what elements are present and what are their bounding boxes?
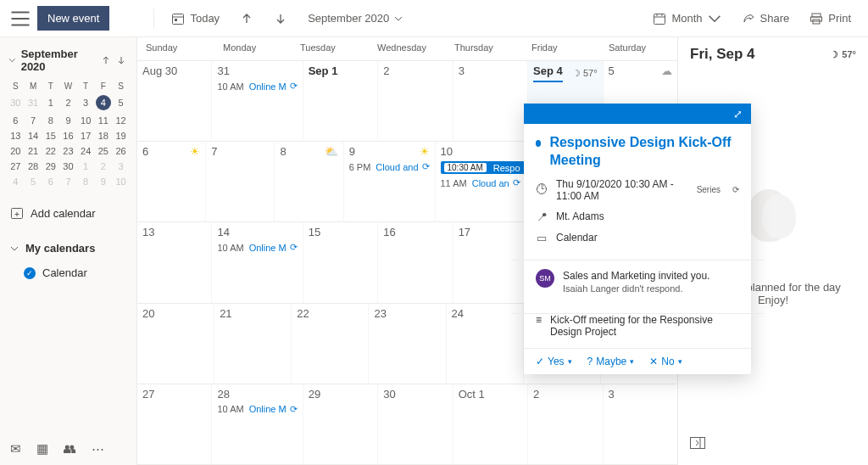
mini-calendar-day[interactable]: 11 — [95, 113, 113, 128]
calendar-cell[interactable]: Sep 1 — [303, 61, 378, 141]
mini-calendar-day[interactable]: 8 — [42, 113, 59, 128]
my-calendars-section[interactable]: My calendars — [7, 235, 130, 261]
calendar-cell[interactable]: 31 10 AMOnline M⟳ — [212, 61, 303, 141]
mini-calendar-day[interactable]: 6 — [42, 174, 59, 189]
rsvp-no-button[interactable]: ✕No▾ — [649, 356, 682, 367]
mail-icon[interactable]: ✉ — [10, 441, 21, 457]
mini-calendar-day[interactable]: 28 — [25, 159, 42, 174]
calendar-cell[interactable]: 3 — [604, 384, 677, 464]
mini-calendar-day[interactable]: 26 — [112, 143, 130, 159]
mini-calendar-day[interactable]: 24 — [77, 143, 95, 159]
event-chip[interactable]: 10 AMOnline M⟳ — [217, 242, 297, 253]
event-chip-selected[interactable]: 10:30 AMRespo⟳ — [441, 161, 535, 174]
mini-next-button[interactable] — [114, 53, 128, 67]
calendar-cell[interactable]: 20 — [137, 304, 214, 384]
more-icon[interactable]: ⋯ — [92, 441, 104, 457]
mini-calendar-day[interactable]: 10 — [112, 174, 130, 189]
calendar-cell[interactable]: 21 — [214, 304, 292, 384]
mini-prev-button[interactable] — [99, 53, 113, 67]
mini-calendar-day[interactable]: 7 — [59, 174, 77, 189]
event-chip[interactable]: 10 AMOnline M⟳ — [217, 81, 297, 92]
rsvp-yes-button[interactable]: ✓Yes▾ — [536, 356, 572, 367]
people-icon[interactable]: 👥︎ — [64, 441, 76, 457]
expand-icon[interactable]: ⤢ — [733, 108, 743, 120]
share-button[interactable]: Share — [735, 7, 797, 31]
rsvp-maybe-button[interactable]: ?Maybe▾ — [587, 356, 635, 367]
mini-calendar-day[interactable]: 3 — [112, 159, 130, 174]
mini-calendar-day[interactable]: 4 — [95, 92, 113, 113]
mini-calendar-day[interactable]: 3 — [77, 92, 95, 113]
event-chip[interactable]: 11 AMCloud an⟳ — [441, 177, 535, 188]
mini-calendar-day[interactable]: 1 — [42, 92, 59, 113]
calendar-cell[interactable]: 8⛅ — [275, 142, 343, 221]
next-period-button[interactable] — [267, 7, 294, 31]
view-switcher[interactable]: Month — [646, 7, 727, 31]
calendar-cell[interactable]: 7 — [206, 142, 275, 221]
calendar-icon[interactable]: ▦ — [36, 441, 48, 457]
calendar-cell[interactable]: 6☀ — [137, 142, 206, 221]
calendar-cell[interactable]: 15 — [303, 222, 378, 302]
calendar-cell[interactable]: 24 — [447, 304, 524, 384]
mini-calendar-day[interactable]: 7 — [25, 113, 42, 128]
mini-calendar-day[interactable]: 22 — [42, 143, 59, 159]
mini-calendar-day[interactable]: 27 — [7, 159, 25, 174]
mini-calendar-day[interactable]: 23 — [59, 143, 77, 159]
event-title[interactable]: Responsive Design Kick-Off Meeting — [549, 134, 739, 170]
mini-calendar-day[interactable]: 10 — [77, 113, 95, 128]
calendar-cell[interactable]: 23 — [369, 304, 446, 384]
mini-calendar-header[interactable]: September 2020 — [7, 44, 130, 80]
calendar-item[interactable]: ✓ Calendar — [7, 261, 130, 284]
mini-calendar-day[interactable]: 1 — [77, 159, 95, 174]
calendar-cell[interactable]: 13 — [137, 222, 212, 302]
calendar-cell[interactable]: 9☀ 6 PMCloud and⟳ — [344, 142, 436, 221]
mini-calendar-day[interactable]: 29 — [42, 159, 59, 174]
mini-calendar-day[interactable]: 9 — [95, 174, 113, 189]
mini-calendar-day[interactable]: 19 — [112, 128, 130, 143]
calendar-cell[interactable]: Aug 30 — [137, 61, 212, 141]
mini-calendar-day[interactable]: 13 — [7, 128, 25, 143]
calendar-cell[interactable]: 2 — [528, 384, 603, 464]
print-button[interactable]: Print — [803, 7, 858, 31]
calendar-cell[interactable]: 3 — [453, 61, 528, 141]
mini-calendar-day[interactable]: 20 — [7, 143, 25, 159]
mini-calendar-day[interactable]: 30 — [59, 159, 77, 174]
mini-calendar-day[interactable]: 5 — [112, 92, 130, 113]
mini-calendar-day[interactable]: 15 — [42, 128, 59, 143]
mini-calendar-day[interactable]: 14 — [25, 128, 42, 143]
event-chip[interactable]: 6 PMCloud and⟳ — [349, 161, 430, 172]
mini-calendar-day[interactable]: 5 — [25, 174, 42, 189]
today-button[interactable]: Today — [164, 7, 226, 31]
calendar-cell[interactable]: 17 — [453, 222, 528, 302]
mini-calendar-day[interactable]: 31 — [25, 92, 42, 113]
mini-calendar-day[interactable]: 2 — [95, 159, 113, 174]
event-chip[interactable]: 10 AMOnline M⟳ — [217, 404, 297, 415]
mini-calendar-day[interactable]: 4 — [7, 174, 25, 189]
calendar-cell[interactable]: 29 — [303, 384, 378, 464]
agenda-collapse-button[interactable] — [690, 432, 856, 457]
mini-calendar-day[interactable]: 17 — [77, 128, 95, 143]
mini-calendar-day[interactable]: 25 — [95, 143, 113, 159]
calendar-cell[interactable]: 2 — [378, 61, 453, 141]
calendar-cell[interactable]: Oct 1 — [453, 384, 528, 464]
month-picker[interactable]: September 2020 — [308, 12, 403, 25]
mini-calendar-day[interactable]: 6 — [7, 113, 25, 128]
mini-calendar-day[interactable]: 2 — [59, 92, 77, 113]
prev-period-button[interactable] — [233, 7, 260, 31]
calendar-cell[interactable]: 28 10 AMOnline M⟳ — [212, 384, 303, 464]
calendar-cell[interactable]: 22 — [292, 304, 369, 384]
mini-calendar-day[interactable]: 16 — [59, 128, 77, 143]
mini-calendar-day[interactable]: 9 — [59, 113, 77, 128]
calendar-cell[interactable]: 30 — [378, 384, 453, 464]
mini-calendar[interactable]: SMTWTFS 30311234567891011121314151617181… — [7, 80, 130, 189]
calendar-cell[interactable]: 27 — [137, 384, 212, 464]
add-calendar-link[interactable]: Add calendar — [7, 199, 130, 227]
calendar-cell[interactable]: 14 10 AMOnline M⟳ — [212, 222, 303, 302]
calendar-cell[interactable]: 16 — [378, 222, 453, 302]
new-event-button[interactable]: New event — [37, 6, 109, 31]
mini-calendar-day[interactable]: 21 — [25, 143, 42, 159]
mini-calendar-day[interactable]: 12 — [112, 113, 130, 128]
mini-calendar-day[interactable]: 30 — [7, 92, 25, 113]
mini-calendar-day[interactable]: 8 — [77, 174, 95, 189]
hamburger-icon[interactable] — [10, 8, 31, 29]
mini-calendar-day[interactable]: 18 — [95, 128, 113, 143]
